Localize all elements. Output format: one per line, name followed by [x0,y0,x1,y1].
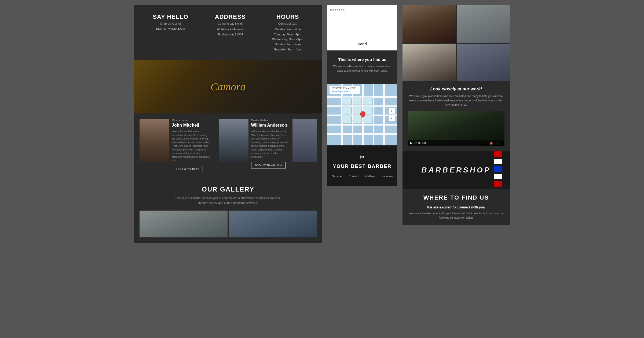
address-line2: Flushing NY, 11354 [215,32,246,37]
where-to-find-title: WHERE TO FIND US [408,194,504,201]
barber-photo-john [140,119,169,162]
map-container[interactable]: 52°22'33.2"N 4°53'2... View larger map +… [327,84,397,145]
barber-desc-william: William Anderson, also known as "The Gen… [251,130,290,159]
map-zoom: + - [389,108,395,121]
gallery-section: OUR GALLERY Step into our barber section… [134,178,322,243]
barber-photo-extra [292,119,317,162]
video-time: 0:00 / 0:09 [415,142,427,145]
footer-link-location[interactable]: Location [381,175,393,178]
hours-monday: Monday: 9am - 4pm [272,27,303,32]
barbershop-sign: BARBERSHOP [402,151,510,189]
middle-panel: Send This is where you find us We are in… [327,5,397,186]
map-block-3 [363,97,372,105]
footer-link-gallery[interactable]: Gallery [365,175,375,178]
hours-saturday: Saturday: 9am - 4pm [272,47,303,52]
barber-divider [215,119,215,172]
video-fullscreen-icon[interactable]: ⛶ [495,142,497,145]
map-block-4 [342,106,351,114]
find-us-desc: We are incredibly excited to have you he… [331,64,393,73]
map-street-v5 [383,84,385,145]
address-subtitle: Come to say Hello! [215,22,246,25]
gallery-desc: Step into our barber section gallery and… [174,196,282,205]
footer-link-service[interactable]: Service [332,175,342,178]
scissors-icon: ✂ [331,153,393,161]
barber-pole [494,151,502,189]
video-play-icon[interactable]: ▶ [410,141,412,145]
shop-image: Camora [134,60,322,113]
barber-info-william: Master Barber William Anderson William A… [251,119,290,168]
book-william-button[interactable]: BOOK WITH WILLIAM [251,162,286,168]
photo-cell-4 [457,44,510,81]
barber-title-john: Master Barber [172,119,211,122]
video-volume-icon[interactable]: 🔇 [489,142,493,145]
map-pin [360,111,364,117]
barber-card-john: Master Barber John Mitchell Meet John Mi… [140,119,211,172]
phone: PHONE: 231-654-988 [153,27,188,32]
hours-sunday: Sunday: 9am - 4pm [272,42,303,47]
map-block-1 [342,97,351,105]
shop-image-inner: Camora [134,60,322,113]
right-panel: Look closely at our work! We have a grou… [402,5,510,225]
map-coords-text: 52°22'33.2"N 4°53'2... [332,87,358,90]
view-larger-map-link[interactable]: View larger map [332,90,358,93]
video-progress-bar[interactable] [429,143,487,143]
map-zoom-out[interactable]: - [389,115,395,121]
barber-photo-william [219,119,248,162]
footer-nav: ✂ YOUR BEST BARBER Service Contact Galle… [327,145,397,186]
shop-name: Camora [210,80,246,93]
where-to-find-desc: We are excited to connect with you! Plea… [408,211,504,220]
video-controls: ▶ 0:00 / 0:09 🔇 ⛶ ⋮ [408,140,504,146]
barber-info-john: Master Barber John Mitchell Meet John Mi… [172,119,211,172]
hours-tuesday: Tuesday: 9am - 4pm [272,32,303,37]
book-john-button[interactable]: BOOK WITH JOHN [172,166,203,172]
look-closely-title: Look closely at our work! [408,87,504,91]
address-line1: 4814 Euclid Avenue [215,27,246,32]
barber-name-william: William Anderson [251,123,290,128]
gallery-thumbs [140,211,317,237]
map-coords: 52°22'33.2"N 4°53'2... View larger map [330,86,360,94]
barber-title-william: Master Barber [251,119,290,122]
barber-desc-john: Meet John Mitchell, a true adventurer at… [172,130,211,163]
map-street-v4 [373,84,374,145]
map-block-7 [342,115,351,123]
footer-links: Service Contact Gallery Location [331,175,393,178]
barber-card-william: Master Barber William Anderson William A… [219,119,290,168]
photo-cell-1 [402,5,456,43]
map-zoom-in[interactable]: + [389,108,395,114]
hours-subtitle: Come get Cut! [272,22,303,25]
say-hello-title: SAY HELLO [153,13,188,20]
video-more-icon[interactable]: ⋮ [500,142,502,145]
hours-wednesday: Wednesday: 9am - 4pm [272,37,303,42]
find-us-section: This is where you find us We are incredi… [327,50,397,84]
barbershop-sign-text: BARBERSHOP [421,166,491,174]
say-hello-subtitle: Drop Us A Line! [153,22,188,25]
photo-cell-2 [457,5,510,43]
photo-grid [402,5,510,81]
gallery-thumb-1 [140,211,228,237]
hours-title: HOURS [272,13,303,20]
look-closely-desc: We have a group of barbers who are commi… [408,94,504,107]
say-hello-col: SAY HELLO Drop Us A Line! PHONE: 231-654… [153,13,188,52]
where-to-find-subtitle: We are excited to connect with you [408,205,504,209]
send-button[interactable]: Send [327,38,397,50]
address-title: ADDRESS [215,13,246,20]
where-to-find-section: WHERE TO FIND US We are excited to conne… [402,189,510,225]
gallery-thumb-2 [229,211,317,237]
address-col: ADDRESS Come to say Hello! 4814 Euclid A… [215,13,246,52]
look-closely-section: Look closely at our work! We have a grou… [402,81,510,151]
map-block-2 [353,97,362,105]
photo-cell-3 [402,44,456,81]
message-input[interactable] [327,5,397,38]
left-panel: SAY HELLO Drop Us A Line! PHONE: 231-654… [134,5,322,243]
video-container[interactable]: ▶ 0:00 / 0:09 🔇 ⛶ ⋮ [408,111,504,146]
barbers-section: Master Barber John Mitchell Meet John Mi… [134,113,322,178]
hours-col: HOURS Come get Cut! Monday: 9am - 4pm Tu… [272,13,303,52]
gallery-title: OUR GALLERY [140,186,317,193]
footer-link-contact[interactable]: Contact [349,175,359,178]
barber-name-john: John Mitchell [172,123,211,128]
footer-brand: YOUR BEST BARBER [331,164,393,169]
find-us-title: This is where you find us [331,57,393,62]
contact-header: SAY HELLO Drop Us A Line! PHONE: 231-654… [134,5,322,60]
